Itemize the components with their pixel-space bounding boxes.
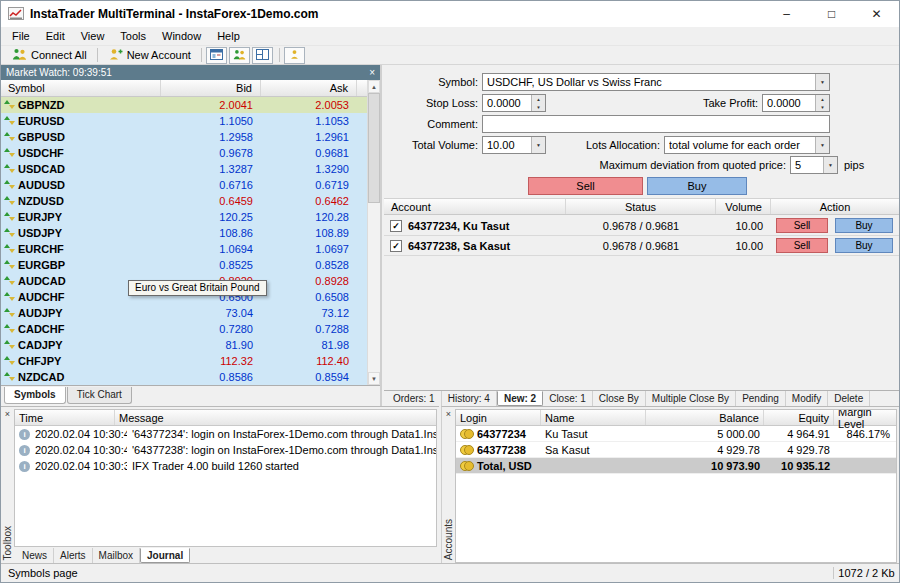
tab-tick-chart[interactable]: Tick Chart — [67, 387, 132, 404]
column-action[interactable]: Action — [771, 199, 899, 214]
account-row[interactable]: 64377238 Sa Kasut 4 929.78 4 929.78 — [456, 442, 896, 458]
spin-up-icon[interactable] — [816, 95, 829, 103]
column-name[interactable]: Name — [541, 410, 646, 425]
menu-view[interactable]: View — [73, 28, 113, 44]
column-time[interactable]: Time — [15, 410, 115, 425]
tab-close[interactable]: Close: 1 — [543, 391, 593, 406]
profiles-button[interactable] — [284, 47, 305, 64]
tab-history[interactable]: History: 4 — [442, 391, 497, 406]
spinner-arrows[interactable] — [815, 95, 829, 111]
market-watch-column-header[interactable]: Symbol Bid Ask — [1, 80, 380, 97]
menu-tools[interactable]: Tools — [112, 28, 154, 44]
lots-allocation-select[interactable]: total volume for each order — [664, 136, 830, 154]
column-message[interactable]: Message — [115, 410, 436, 425]
toggle-terminal-view-button[interactable] — [206, 47, 227, 64]
order-account-row[interactable]: 64377234, Ku Tasut 0.9678 / 0.9681 10.00… — [384, 216, 899, 236]
tab-delete[interactable]: Delete — [828, 391, 870, 406]
tab-mailbox[interactable]: Mailbox — [93, 548, 140, 563]
market-watch-row[interactable]: AUDJPY 73.04 73.12 — [1, 305, 367, 321]
toolbox-close-icon[interactable] — [5, 409, 10, 419]
column-symbol[interactable]: Symbol — [1, 80, 161, 96]
market-watch-row[interactable]: GBPUSD 1.2958 1.2961 — [1, 129, 367, 145]
market-watch-scrollbar[interactable] — [367, 80, 380, 385]
menu-edit[interactable]: Edit — [38, 28, 73, 44]
toggle-layout-button[interactable] — [252, 47, 273, 64]
chevron-down-icon[interactable] — [815, 74, 829, 90]
market-watch-row[interactable]: USDJPY 108.86 108.89 — [1, 225, 367, 241]
buy-button[interactable]: Buy — [647, 177, 747, 195]
market-watch-row[interactable]: AUDUSD 0.6716 0.6719 — [1, 177, 367, 193]
market-watch-close-icon[interactable] — [369, 67, 375, 78]
close-icon[interactable]: ✕ — [854, 1, 899, 27]
order-account-row[interactable]: 64377238, Sa Kasut 0.9678 / 0.9681 10.00… — [384, 236, 899, 256]
market-watch-row[interactable]: GBPNZD 2.0041 2.0053 — [1, 97, 367, 113]
column-ask[interactable]: Ask — [261, 80, 357, 96]
order-table-header[interactable]: Account Status Volume Action — [384, 198, 899, 215]
market-watch-row[interactable]: EURGBP 0.8525 0.8528 — [1, 257, 367, 273]
tab-new[interactable]: New: 2 — [497, 391, 543, 406]
menu-help[interactable]: Help — [209, 28, 248, 44]
comment-input[interactable] — [482, 115, 830, 133]
minimize-icon[interactable]: – — [764, 1, 809, 27]
tab-multiple-close-by[interactable]: Multiple Close By — [646, 391, 736, 406]
total-volume-select[interactable]: 10.00 — [482, 136, 546, 154]
column-equity[interactable]: Equity — [764, 410, 834, 425]
market-watch-row[interactable]: USDCAD 1.3287 1.3290 — [1, 161, 367, 177]
scrollbar-thumb[interactable] — [368, 93, 380, 203]
chevron-down-icon[interactable] — [815, 137, 829, 153]
market-watch-row[interactable]: CHFJPY 112.32 112.40 — [1, 353, 367, 369]
market-watch-row[interactable]: NZDUSD 0.6459 0.6462 — [1, 193, 367, 209]
tab-news[interactable]: News — [16, 548, 54, 563]
menu-file[interactable]: File — [4, 28, 38, 44]
journal-row[interactable]: 2020.02.04 10:30:4... '64377238': login … — [15, 442, 436, 458]
symbol-select[interactable]: USDCHF, US Dollar vs Swiss Franc — [482, 73, 830, 91]
market-watch-row[interactable]: EURUSD 1.1050 1.1053 — [1, 113, 367, 129]
deviation-select[interactable]: 5 — [790, 156, 838, 174]
stop-loss-input[interactable]: 0.0000 — [482, 94, 546, 112]
chevron-down-icon[interactable] — [823, 157, 837, 173]
take-profit-input[interactable]: 0.0000 — [762, 94, 830, 112]
column-volume[interactable]: Volume — [716, 199, 771, 214]
row-buy-button[interactable]: Buy — [835, 238, 893, 253]
spin-down-icon[interactable] — [816, 103, 829, 111]
tab-modify[interactable]: Modify — [786, 391, 828, 406]
chevron-down-icon[interactable] — [531, 137, 545, 153]
scroll-up-icon[interactable] — [368, 80, 380, 93]
market-watch-row[interactable]: USDCHF 0.9678 0.9681 — [1, 145, 367, 161]
sell-button[interactable]: Sell — [528, 177, 643, 195]
spin-down-icon[interactable] — [532, 103, 545, 111]
row-buy-button[interactable]: Buy — [835, 218, 893, 233]
menu-window[interactable]: Window — [154, 28, 209, 44]
market-watch-row[interactable]: CADJPY 81.90 81.98 — [1, 337, 367, 353]
accounts-column-header[interactable]: Login Name Balance Equity Margin Level — [456, 410, 896, 426]
column-login[interactable]: Login — [456, 410, 541, 425]
journal-row[interactable]: 2020.02.04 10:30:3... IFX Trader 4.00 bu… — [15, 458, 436, 474]
tab-close-by[interactable]: Close By — [593, 391, 646, 406]
account-checkbox[interactable] — [390, 220, 402, 232]
account-row[interactable]: 64377234 Ku Tasut 5 000.00 4 964.91 846.… — [456, 426, 896, 442]
market-watch-row[interactable]: NZDCAD 0.8586 0.8594 — [1, 369, 367, 385]
tab-journal[interactable]: Journal — [140, 548, 190, 563]
journal-column-header[interactable]: Time Message — [15, 410, 436, 426]
column-bid[interactable]: Bid — [161, 80, 261, 96]
column-balance[interactable]: Balance — [646, 410, 764, 425]
market-watch-row[interactable]: EURJPY 120.25 120.28 — [1, 209, 367, 225]
spin-up-icon[interactable] — [532, 95, 545, 103]
new-account-button[interactable]: New Account — [102, 47, 197, 64]
tab-alerts[interactable]: Alerts — [54, 548, 93, 563]
account-checkbox[interactable] — [390, 240, 402, 252]
connect-all-button[interactable]: Connect All — [6, 47, 93, 64]
tab-orders[interactable]: Orders: 1 — [387, 391, 442, 406]
spinner-arrows[interactable] — [531, 95, 545, 111]
accounts-close-icon[interactable] — [446, 409, 451, 419]
tab-pending[interactable]: Pending — [736, 391, 786, 406]
market-watch-row[interactable]: CADCHF 0.7280 0.7288 — [1, 321, 367, 337]
market-watch-row[interactable]: EURCHF 1.0694 1.0697 — [1, 241, 367, 257]
column-status[interactable]: Status — [566, 199, 716, 214]
tab-symbols[interactable]: Symbols — [4, 387, 66, 404]
row-sell-button[interactable]: Sell — [776, 218, 828, 233]
row-sell-button[interactable]: Sell — [776, 238, 828, 253]
column-margin-level[interactable]: Margin Level — [834, 410, 896, 425]
scroll-down-icon[interactable] — [368, 372, 380, 385]
scrollbar-track[interactable] — [368, 93, 380, 372]
